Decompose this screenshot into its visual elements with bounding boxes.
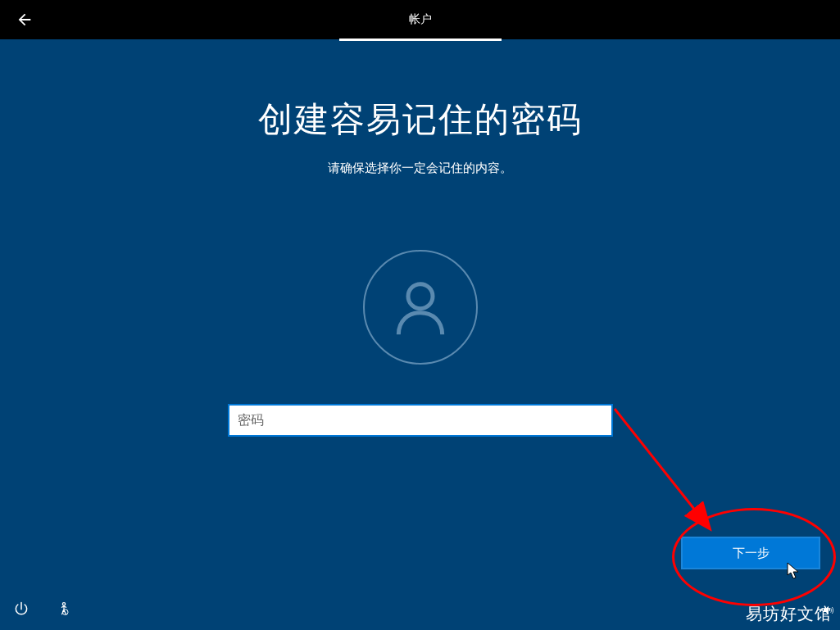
volume-icon xyxy=(822,604,835,617)
bottom-icons xyxy=(11,599,74,619)
person-icon xyxy=(388,274,453,340)
top-bar: 帐户 xyxy=(0,0,840,39)
next-button[interactable]: 下一步 xyxy=(681,537,820,569)
tab-area: 帐户 xyxy=(339,0,502,39)
page-title: 创建容易记住的密码 xyxy=(258,97,583,143)
accounts-tab[interactable]: 帐户 xyxy=(339,2,502,41)
accessibility-icon xyxy=(56,601,72,617)
content-area: 创建容易记住的密码 请确保选择你一定会记住的内容。 xyxy=(0,39,840,437)
accessibility-button[interactable] xyxy=(54,599,74,619)
power-icon xyxy=(13,601,30,617)
user-avatar xyxy=(363,250,478,365)
arrow-left-icon xyxy=(16,11,34,29)
watermark-text: 易坊好文馆 xyxy=(746,603,832,625)
back-button[interactable] xyxy=(15,10,34,29)
svg-point-1 xyxy=(62,603,65,605)
svg-point-0 xyxy=(408,284,433,309)
password-input[interactable] xyxy=(228,404,613,437)
power-button[interactable] xyxy=(11,599,31,619)
page-subtitle: 请确保选择你一定会记住的内容。 xyxy=(328,161,512,176)
